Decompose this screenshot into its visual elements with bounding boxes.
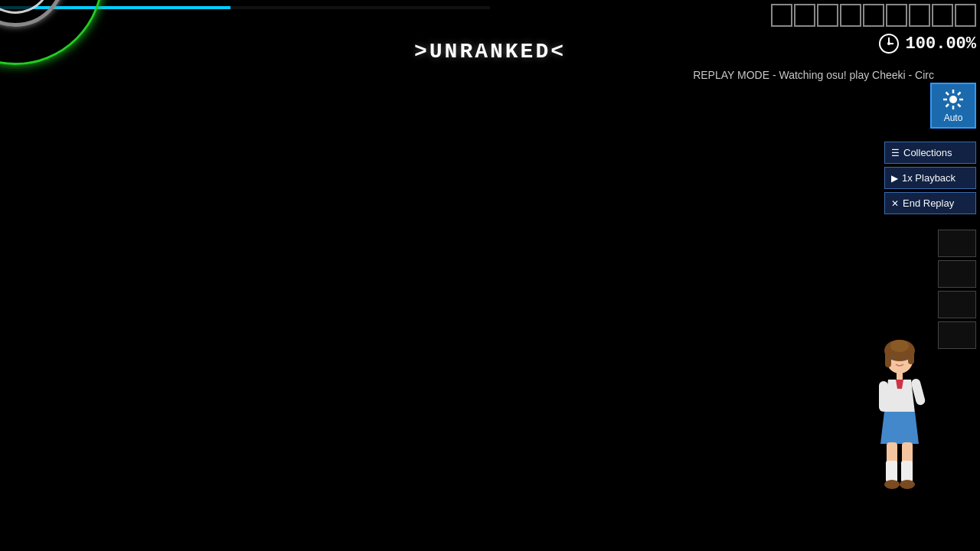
svg-marker-22 xyxy=(880,412,919,444)
svg-point-29 xyxy=(884,480,900,489)
collections-button[interactable]: ☰ Collections xyxy=(884,142,976,164)
svg-rect-27 xyxy=(886,461,897,482)
accuracy-row: 100.00% xyxy=(878,33,976,54)
game-area: ? 1 1 1 xyxy=(0,0,490,276)
score-box-4 xyxy=(840,4,861,27)
character-svg xyxy=(865,337,934,497)
right-panel: ☰ Collections ▶ 1x Playback ✕ End Replay xyxy=(884,142,976,214)
svg-point-18 xyxy=(893,357,896,360)
score-right-panel xyxy=(938,230,976,349)
score-boxes xyxy=(771,4,976,27)
end-replay-label: End Replay xyxy=(903,197,954,209)
svg-line-11 xyxy=(958,93,961,96)
score-box-6 xyxy=(886,4,907,27)
playback-icon: ▶ xyxy=(891,173,898,184)
svg-point-19 xyxy=(903,357,906,360)
svg-rect-20 xyxy=(897,372,903,380)
svg-rect-23 xyxy=(879,381,888,412)
svg-point-17 xyxy=(890,340,909,352)
gear-icon xyxy=(942,88,965,111)
end-replay-icon: ✕ xyxy=(891,198,899,209)
score-box-7 xyxy=(909,4,930,27)
score-box-1 xyxy=(771,4,792,27)
score-right-box-4 xyxy=(938,321,976,349)
score-box-3 xyxy=(817,4,838,27)
score-right-box-2 xyxy=(938,260,976,288)
end-replay-button[interactable]: ✕ End Replay xyxy=(884,192,976,214)
svg-point-4 xyxy=(949,96,957,103)
accuracy-value: 100.00% xyxy=(906,34,976,54)
svg-line-10 xyxy=(958,104,961,107)
score-right-box-3 xyxy=(938,291,976,318)
auto-button[interactable]: Auto xyxy=(930,83,976,129)
clock-icon xyxy=(878,33,900,54)
svg-line-12 xyxy=(946,104,949,107)
score-area: 100.00% xyxy=(771,4,976,54)
collections-icon: ☰ xyxy=(891,148,900,158)
score-box-9 xyxy=(955,4,976,27)
svg-rect-16 xyxy=(908,350,914,364)
score-box-2 xyxy=(794,4,815,27)
playback-button[interactable]: ▶ 1x Playback xyxy=(884,167,976,189)
svg-rect-15 xyxy=(885,350,891,367)
score-box-8 xyxy=(932,4,953,27)
replay-mode-text: REPLAY MODE - Watching osu! play Cheeki … xyxy=(693,69,934,81)
score-box-5 xyxy=(863,4,884,27)
score-right-box-1 xyxy=(938,230,976,257)
collections-label: Collections xyxy=(903,147,952,158)
hit-circle-4: 1 xyxy=(0,0,65,27)
playback-label: 1x Playback xyxy=(902,172,956,184)
svg-rect-28 xyxy=(901,461,913,482)
anime-character xyxy=(865,337,934,490)
auto-button-label: Auto xyxy=(944,112,963,123)
svg-point-30 xyxy=(900,480,915,489)
svg-line-9 xyxy=(946,93,949,96)
